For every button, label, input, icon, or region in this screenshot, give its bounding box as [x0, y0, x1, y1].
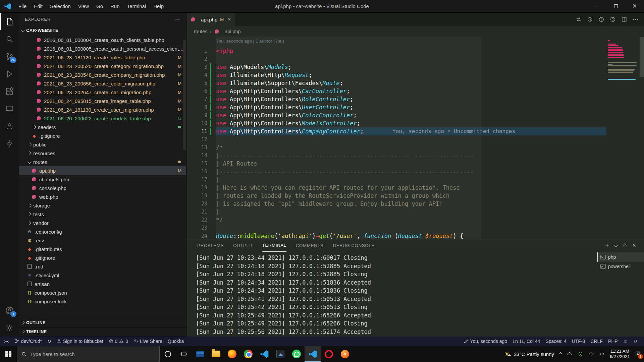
terminal-tab-php[interactable]: >_php: [597, 252, 644, 262]
maximize-panel-icon[interactable]: [623, 243, 627, 247]
explorer-actions-icon[interactable]: ⋯: [174, 16, 180, 23]
file-item-.gitignore[interactable]: .gitignore: [19, 253, 186, 262]
menu-edit[interactable]: Edit: [30, 0, 46, 12]
sidebar-scrollbar[interactable]: [183, 40, 186, 150]
breadcrumb-file[interactable]: api.php: [225, 29, 241, 34]
taskbar-app-opera[interactable]: [321, 346, 337, 362]
explorer-icon[interactable]: [0, 13, 19, 30]
menu-run[interactable]: Run: [107, 0, 123, 12]
volume-icon[interactable]: [599, 351, 605, 357]
language-mode-item[interactable]: PHP: [605, 337, 621, 346]
run-debug-icon[interactable]: [0, 65, 19, 82]
taskbar-app-firefox[interactable]: [224, 346, 240, 362]
bitbucket-signin-item[interactable]: Sign in to Bitbucket: [54, 337, 106, 346]
menu-selection[interactable]: Selection: [46, 0, 74, 12]
cursor-position-item[interactable]: Ln 11, Col 44: [510, 337, 543, 346]
taskbar-app-xampp[interactable]: [337, 346, 353, 362]
code-line-14[interactable]: 14|-------------------------------------…: [186, 152, 606, 160]
code-line-1[interactable]: 1<?php: [186, 47, 606, 55]
file-item-2021-06-26-200622-create-models-table.php[interactable]: 2021_06_26_200622_create_models_table.ph…: [19, 114, 186, 123]
terminal-tab-powershell[interactable]: >_powershell: [597, 262, 644, 271]
code-line-7[interactable]: 7use App\Http\Controllers\RoleController…: [186, 95, 606, 103]
file-item-.gitignore[interactable]: .gitignore: [19, 131, 186, 140]
problems-item[interactable]: 0 0: [106, 337, 131, 346]
open-changes-icon[interactable]: [576, 16, 582, 22]
encoding-item[interactable]: UTF-8: [569, 337, 588, 346]
close-panel-icon[interactable]: ×: [632, 242, 636, 249]
taskbar-app-chrome[interactable]: [240, 346, 256, 362]
file-item-.gitattributes[interactable]: .gitattributes: [19, 245, 186, 253]
code-line-12[interactable]: 12: [186, 135, 606, 143]
file-item-.styleci.yml[interactable]: .styleci.yml: [19, 271, 186, 280]
wifi-icon[interactable]: [588, 351, 594, 357]
timeline-section[interactable]: TIMELINE: [19, 327, 186, 337]
code-line-20[interactable]: 20| is assigned the "api" middleware gro…: [186, 200, 606, 208]
file-item-composer.lock[interactable]: composer.lock: [19, 297, 186, 306]
file-item-2021-06-24-181130-create-user-migration.php[interactable]: 2021_06_24_181130_create_user_migration.…: [19, 105, 186, 114]
code-line-17[interactable]: 17|: [186, 176, 606, 184]
terminal-dropdown-icon[interactable]: [614, 243, 618, 247]
breadcrumb-folder[interactable]: routes: [194, 29, 207, 34]
code-line-24[interactable]: 24Route::middleware('auth:api')→get('/us…: [186, 232, 606, 239]
cortana-button[interactable]: [160, 346, 176, 362]
code-line-9[interactable]: 9use App\Http\Controllers\ColorControlle…: [186, 111, 606, 119]
tab-close-icon[interactable]: ×: [228, 16, 231, 22]
indentation-item[interactable]: Spaces: 4: [543, 337, 569, 346]
tray-expand-icon[interactable]: [558, 352, 562, 356]
file-item-2016-06-01-000004-create-oauth-clients-table.php[interactable]: 2016_06_01_000004_create_oauth_clients_t…: [19, 36, 186, 44]
notifications-item[interactable]: [631, 337, 641, 346]
settings-gear-icon[interactable]: [0, 319, 19, 337]
previous-change-icon[interactable]: [598, 16, 604, 22]
menu-go[interactable]: Go: [93, 0, 107, 12]
code-line-16[interactable]: 16|-------------------------------------…: [186, 168, 606, 176]
file-item-2021-06-23-200656-create-color-migration.php[interactable]: 2021_06_23_200656_create_color_migration…: [19, 79, 186, 88]
code-line-21[interactable]: 21|: [186, 208, 606, 216]
code-line-15[interactable]: 15| API Routes: [186, 160, 606, 168]
folder-item-routes[interactable]: routes: [19, 158, 186, 166]
taskbar-app-vscode-running[interactable]: [305, 346, 321, 362]
panel-tab-problems[interactable]: PROBLEMS: [197, 239, 224, 252]
code-line-18[interactable]: 18| Here is where you can register API r…: [186, 184, 606, 192]
folder-item-storage[interactable]: storage: [19, 201, 186, 210]
code-line-6[interactable]: 6use App\Http\Controllers\CarController;: [186, 87, 606, 95]
code-line-22[interactable]: 22*/: [186, 216, 606, 224]
gitlens-blame-item[interactable]: You, seconds ago: [461, 337, 510, 346]
folder-item-tests[interactable]: tests: [19, 210, 186, 219]
live-share-icon[interactable]: [0, 117, 19, 135]
file-item-artisan[interactable]: artisan: [19, 280, 186, 288]
file-item-channels.php[interactable]: channels.php: [19, 175, 186, 184]
code-line-2[interactable]: 2: [186, 55, 606, 63]
code-line-8[interactable]: 8use App\Http\Controllers\UserController…: [186, 103, 606, 111]
code-line-4[interactable]: 4use Illuminate\Http\Request;: [186, 71, 606, 79]
code-line-13[interactable]: 13/*: [186, 143, 606, 152]
next-change-icon[interactable]: [610, 16, 616, 22]
file-item-console.php[interactable]: console.php: [19, 184, 186, 192]
task-view-button[interactable]: [176, 346, 192, 362]
close-button[interactable]: ✕: [625, 0, 644, 12]
thunder-client-icon[interactable]: [0, 135, 19, 152]
taskbar-app-mail[interactable]: [192, 346, 208, 362]
panel-tab-terminal[interactable]: TERMINAL: [262, 239, 286, 252]
source-control-icon[interactable]: 26: [0, 48, 19, 65]
new-terminal-icon[interactable]: +: [605, 242, 609, 249]
weather-widget[interactable]: ☀☁ 33°C Partly sunny: [504, 351, 554, 358]
code-line-10[interactable]: 10use App\Http\Controllers\ModelsControl…: [186, 119, 606, 127]
folder-item-resources[interactable]: resources: [19, 149, 186, 158]
file-item-.rnd[interactable]: .rnd: [19, 262, 186, 271]
tab-api-php[interactable]: api.php M ×: [186, 13, 235, 26]
code-line-11[interactable]: 11use App\Http\Controllers\CompanyContro…: [186, 127, 606, 135]
taskbar-app-vscode[interactable]: [256, 346, 272, 362]
folder-item-vendor[interactable]: vendor: [19, 219, 186, 227]
menu-help[interactable]: Help: [150, 0, 167, 12]
panel-tab-output[interactable]: OUTPUT: [233, 239, 253, 252]
panel-tab-debug-console[interactable]: DEBUG CONSOLE: [333, 239, 375, 252]
security-icon[interactable]: [578, 351, 583, 357]
file-item-2021-06-23-181120-create-roles-table.php[interactable]: 2021_06_23_181120_create_roles_table.php…: [19, 53, 186, 62]
quokka-item[interactable]: Quokka: [165, 337, 186, 346]
workspace-root-section[interactable]: CAR-WEBSITE: [19, 25, 186, 35]
search-icon[interactable]: [0, 30, 19, 48]
eol-item[interactable]: CRLF: [588, 337, 605, 346]
taskbar-search[interactable]: [17, 346, 160, 362]
maximize-button[interactable]: [606, 0, 625, 12]
toggle-blame-icon[interactable]: [587, 16, 593, 22]
